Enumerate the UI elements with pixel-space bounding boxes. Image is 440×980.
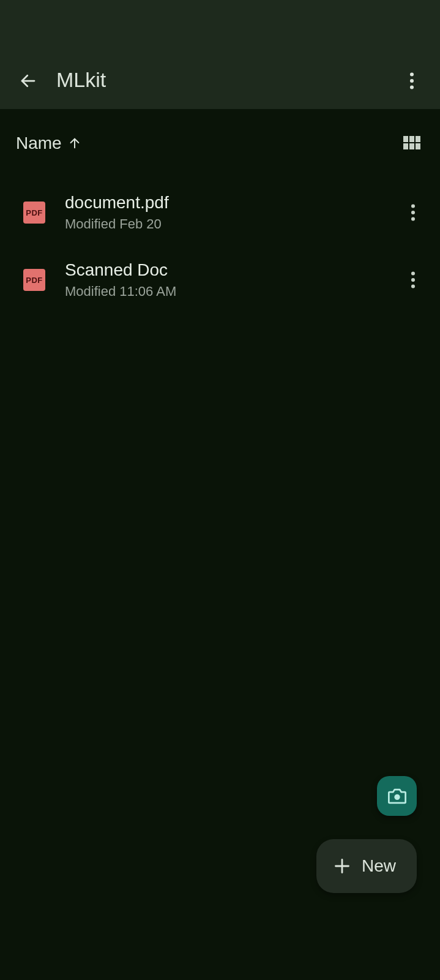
- svg-rect-5: [403, 136, 408, 142]
- svg-point-16: [411, 284, 415, 288]
- file-more-button[interactable]: [401, 200, 425, 225]
- more-vertical-icon: [411, 271, 416, 288]
- grid-view-icon: [403, 136, 420, 151]
- svg-rect-7: [416, 136, 420, 142]
- svg-point-14: [411, 271, 415, 275]
- svg-point-15: [411, 278, 415, 282]
- svg-point-2: [410, 79, 414, 83]
- svg-point-12: [411, 211, 415, 214]
- sort-direction-button[interactable]: [68, 137, 81, 150]
- page-title: MLkit: [56, 68, 401, 92]
- file-name: document.pdf: [65, 193, 401, 213]
- svg-rect-6: [409, 136, 414, 142]
- file-info: document.pdf Modified Feb 20: [65, 193, 401, 232]
- svg-point-13: [411, 217, 415, 221]
- file-modified: Modified Feb 20: [65, 216, 401, 232]
- header-more-button[interactable]: [401, 70, 423, 92]
- svg-point-11: [411, 204, 415, 208]
- sort-label[interactable]: Name: [16, 134, 62, 153]
- camera-icon: [387, 787, 408, 805]
- list-item[interactable]: PDF Scanned Doc Modified 11:06 AM: [0, 246, 440, 314]
- camera-scan-button[interactable]: [377, 776, 417, 816]
- more-vertical-icon: [409, 72, 414, 89]
- file-info: Scanned Doc Modified 11:06 AM: [65, 260, 401, 300]
- back-button[interactable]: [17, 70, 39, 92]
- file-list: PDF document.pdf Modified Feb 20 PDF Sca…: [0, 172, 440, 321]
- sort-row: Name: [0, 109, 440, 172]
- file-more-button[interactable]: [401, 268, 425, 292]
- svg-rect-8: [403, 143, 408, 149]
- plus-icon: [334, 858, 351, 875]
- svg-rect-10: [416, 143, 420, 149]
- list-item[interactable]: PDF document.pdf Modified Feb 20: [0, 179, 440, 246]
- svg-rect-9: [409, 143, 414, 149]
- app-bar: MLkit: [0, 0, 440, 109]
- arrow-left-icon: [19, 72, 37, 90]
- arrow-up-icon: [68, 137, 81, 150]
- svg-point-1: [410, 72, 414, 76]
- more-vertical-icon: [411, 204, 416, 221]
- pdf-icon: PDF: [23, 269, 45, 291]
- pdf-icon: PDF: [23, 202, 45, 224]
- file-modified: Modified 11:06 AM: [65, 284, 401, 300]
- new-button-label: New: [362, 856, 396, 876]
- svg-point-3: [410, 85, 414, 89]
- view-toggle-button[interactable]: [401, 132, 423, 154]
- svg-point-17: [394, 794, 400, 799]
- file-name: Scanned Doc: [65, 260, 401, 280]
- new-button[interactable]: New: [316, 839, 417, 893]
